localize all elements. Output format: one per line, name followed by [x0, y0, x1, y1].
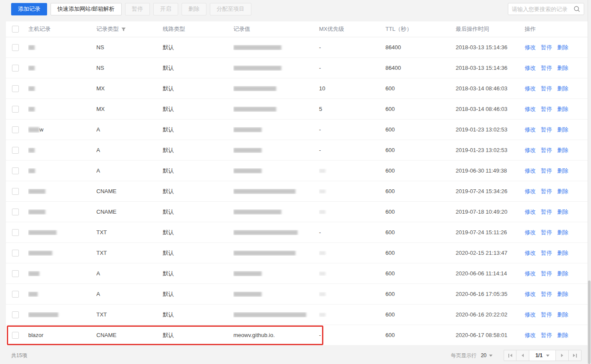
row-checkbox[interactable]: [12, 332, 19, 339]
action-modify-link[interactable]: 修改: [525, 126, 536, 134]
table-row: CNAME默认6002019-07-18 10:49:20修改暂停删除: [6, 202, 591, 222]
add-record-button[interactable]: 添加记录: [11, 3, 47, 15]
per-page-select[interactable]: 20: [481, 352, 493, 358]
action-delete-link[interactable]: 删除: [557, 249, 568, 257]
action-delete-link[interactable]: 删除: [557, 105, 568, 113]
action-modify-link[interactable]: 修改: [525, 208, 536, 216]
row-checkbox[interactable]: [12, 106, 19, 113]
action-pause-link[interactable]: 暂停: [541, 290, 552, 298]
row-checkbox[interactable]: [12, 44, 19, 51]
action-modify-link[interactable]: 修改: [525, 188, 536, 195]
record-type: TXT: [96, 311, 107, 318]
action-modify-link[interactable]: 修改: [525, 290, 536, 298]
scrollbar[interactable]: [588, 0, 591, 364]
action-modify-link[interactable]: 修改: [525, 167, 536, 175]
action-modify-link[interactable]: 修改: [525, 44, 536, 51]
search-input[interactable]: [512, 6, 573, 12]
mx-priority: -: [319, 332, 321, 338]
action-modify-link[interactable]: 修改: [525, 249, 536, 257]
next-page-button[interactable]: [556, 350, 569, 361]
row-checkbox[interactable]: [12, 126, 19, 133]
action-modify-link[interactable]: 修改: [525, 105, 536, 113]
action-delete-link[interactable]: 删除: [557, 126, 568, 134]
last-operated-time: 2020-06-16 20:22:02: [456, 311, 507, 318]
row-checkbox[interactable]: [12, 167, 19, 174]
action-modify-link[interactable]: 修改: [525, 64, 536, 72]
record-type: A: [96, 167, 100, 174]
action-pause-link[interactable]: 暂停: [541, 105, 552, 113]
record-type: MX: [96, 106, 105, 112]
action-pause-link[interactable]: 暂停: [541, 208, 552, 216]
search-box[interactable]: [508, 3, 584, 15]
action-pause-link[interactable]: 暂停: [541, 126, 552, 134]
prev-page-button[interactable]: [516, 350, 529, 361]
row-checkbox[interactable]: [12, 250, 19, 257]
action-modify-link[interactable]: 修改: [525, 146, 536, 154]
action-pause-link[interactable]: 暂停: [541, 44, 552, 51]
last-page-button[interactable]: [569, 350, 582, 361]
action-modify-link[interactable]: 修改: [525, 85, 536, 92]
delete-button[interactable]: 删除: [182, 3, 206, 15]
action-delete-link[interactable]: 删除: [557, 208, 568, 216]
action-pause-link[interactable]: 暂停: [541, 167, 552, 175]
page-indicator[interactable]: 1/1: [529, 350, 556, 361]
action-pause-link[interactable]: 暂停: [541, 249, 552, 257]
row-checkbox[interactable]: [12, 147, 19, 154]
enable-button[interactable]: 开启: [153, 3, 178, 15]
action-delete-link[interactable]: 删除: [557, 270, 568, 277]
row-checkbox[interactable]: [12, 209, 19, 215]
row-checkbox[interactable]: [12, 291, 19, 298]
action-modify-link[interactable]: 修改: [525, 270, 536, 277]
action-delete-link[interactable]: 删除: [557, 167, 568, 175]
select-all-checkbox[interactable]: [12, 26, 19, 33]
action-pause-link[interactable]: 暂停: [541, 311, 552, 319]
redacted-host-record: [28, 230, 57, 235]
action-pause-link[interactable]: 暂停: [541, 229, 552, 236]
line-type: 默认: [163, 290, 174, 298]
header-mx-priority: MX优先级: [319, 25, 385, 33]
action-delete-link[interactable]: 删除: [557, 44, 568, 51]
line-type: 默认: [163, 146, 174, 154]
action-delete-link[interactable]: 删除: [557, 146, 568, 154]
action-delete-link[interactable]: 删除: [557, 85, 568, 92]
line-type: 默认: [163, 311, 174, 319]
action-pause-link[interactable]: 暂停: [541, 331, 552, 339]
action-delete-link[interactable]: 删除: [557, 229, 568, 236]
row-checkbox[interactable]: [12, 85, 19, 92]
row-checkbox[interactable]: [12, 229, 19, 236]
table-row: blazorCNAME默认meowv.github.io.-6002020-06…: [6, 325, 591, 346]
action-delete-link[interactable]: 删除: [557, 188, 568, 195]
row-checkbox[interactable]: [12, 65, 19, 72]
redacted-mx-priority: [319, 189, 325, 194]
filter-icon[interactable]: [121, 27, 126, 32]
action-pause-link[interactable]: 暂停: [541, 64, 552, 72]
action-pause-link[interactable]: 暂停: [541, 85, 552, 92]
quick-add-button[interactable]: 快速添加网站/邮箱解析: [51, 3, 122, 15]
record-type: CNAME: [96, 188, 116, 194]
action-modify-link[interactable]: 修改: [525, 311, 536, 319]
line-type: 默认: [163, 85, 174, 92]
redacted-record-value: [233, 292, 262, 297]
ttl-value: 600: [385, 291, 395, 297]
action-modify-link[interactable]: 修改: [525, 229, 536, 236]
action-delete-link[interactable]: 删除: [557, 64, 568, 72]
row-checkbox[interactable]: [12, 311, 19, 318]
action-pause-link[interactable]: 暂停: [541, 146, 552, 154]
first-page-button[interactable]: [504, 350, 516, 361]
search-icon[interactable]: [573, 6, 580, 12]
action-pause-link[interactable]: 暂停: [541, 188, 552, 195]
action-modify-link[interactable]: 修改: [525, 331, 536, 339]
line-type: 默认: [163, 188, 174, 195]
action-delete-link[interactable]: 删除: [557, 311, 568, 319]
ttl-value: 86400: [385, 44, 401, 51]
redacted-host-record: [28, 189, 45, 194]
line-type: 默认: [163, 270, 174, 277]
row-checkbox[interactable]: [12, 270, 19, 277]
row-checkbox[interactable]: [12, 188, 19, 195]
action-delete-link[interactable]: 删除: [557, 331, 568, 339]
assign-project-button[interactable]: 分配至项目: [210, 3, 251, 15]
action-delete-link[interactable]: 删除: [557, 290, 568, 298]
scrollbar-thumb[interactable]: [588, 280, 591, 364]
pause-button[interactable]: 暂停: [125, 3, 150, 15]
action-pause-link[interactable]: 暂停: [541, 270, 552, 277]
